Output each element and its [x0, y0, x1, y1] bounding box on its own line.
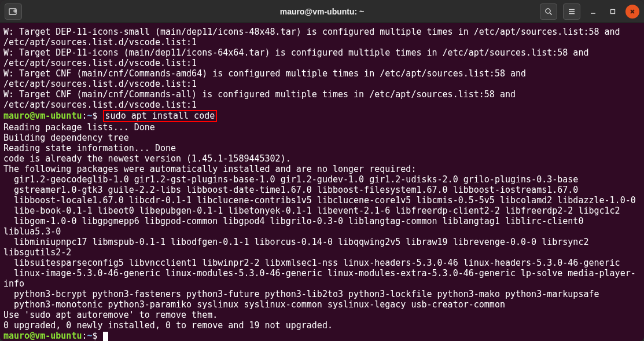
- new-tab-button[interactable]: [5, 3, 22, 20]
- hamburger-icon: [568, 8, 576, 16]
- close-button[interactable]: [625, 5, 639, 19]
- search-icon: [544, 8, 553, 16]
- command-text: sudo apt install code: [105, 111, 215, 121]
- menu-button[interactable]: [563, 3, 580, 20]
- terminal-window: mauro@vm-ubuntu: ~: [0, 0, 644, 341]
- svg-point-3: [546, 9, 550, 13]
- prompt-path: ~: [87, 111, 93, 121]
- svg-line-4: [550, 13, 552, 15]
- apt-warnings: W: Target DEP-11-icons-small (main/dep11…: [3, 27, 625, 110]
- new-tab-icon: [9, 8, 18, 16]
- search-button[interactable]: [540, 3, 557, 20]
- prompt-user-host: mauro@vm-ubuntu: [3, 111, 82, 121]
- terminal-output[interactable]: W: Target DEP-11-icons-small (main/dep11…: [0, 23, 644, 341]
- prompt-user-host-2: mauro@vm-ubuntu: [3, 331, 82, 341]
- maximize-button[interactable]: [606, 5, 620, 19]
- apt-install-output: Reading package lists... Done Building d…: [3, 122, 636, 331]
- prompt-symbol: $: [93, 111, 98, 121]
- minimize-button[interactable]: [586, 5, 600, 19]
- close-icon: [629, 8, 636, 15]
- minimize-icon: [590, 8, 597, 15]
- svg-rect-9: [611, 9, 615, 13]
- titlebar: mauro@vm-ubuntu: ~: [0, 0, 644, 23]
- window-right-controls: [540, 3, 639, 20]
- maximize-icon: [609, 8, 616, 15]
- prompt-path-2: ~: [87, 331, 93, 341]
- cursor: [103, 332, 108, 341]
- prompt-symbol-2: $: [93, 331, 98, 341]
- command-highlight: sudo apt install code: [103, 110, 218, 122]
